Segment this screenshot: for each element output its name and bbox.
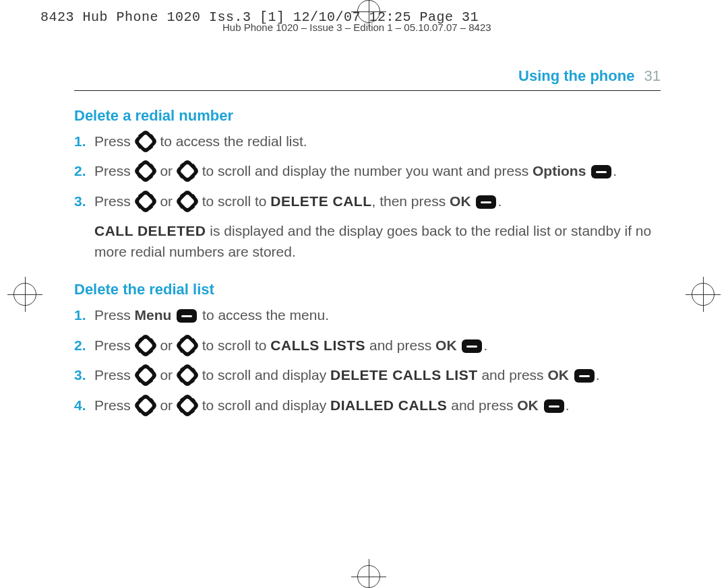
nav-key-icon <box>133 393 158 418</box>
step-text: Press <box>94 367 131 383</box>
step-text: or <box>160 397 173 413</box>
softkey-icon <box>544 399 564 413</box>
step-text: and press <box>369 337 431 353</box>
step-text: Press <box>94 337 131 353</box>
step-text: or <box>160 193 173 209</box>
section-title-delete-number: Delete a redial number <box>74 107 661 125</box>
period: . <box>483 337 487 353</box>
ok-label: OK <box>517 397 539 413</box>
step-text: to scroll to <box>202 337 267 353</box>
steps-delete-list: 1. Press Menu to access the menu. 2. Pre… <box>74 305 661 416</box>
step-text: Press <box>94 163 131 178</box>
softkey-icon <box>574 369 595 383</box>
step-number: 3. <box>74 191 86 211</box>
step-text: or <box>160 337 173 353</box>
step-text: Press <box>94 307 131 323</box>
nav-key-icon <box>133 363 158 388</box>
display-text-calls-lists: CALLS LISTS <box>270 337 365 353</box>
prepress-meta-small: Hub Phone 1020 – Issue 3 – Edition 1 – 0… <box>222 22 491 33</box>
crop-mark-right <box>692 283 715 306</box>
softkey-icon <box>177 309 197 323</box>
step-text: to access the redial list. <box>160 133 307 149</box>
display-text-delete-call: DELETE CALL <box>270 193 371 209</box>
step-item: 4. Press or to scroll and display DIALLE… <box>74 395 661 416</box>
nav-key-icon <box>175 159 200 184</box>
section-title-delete-list: Delete the redial list <box>74 281 661 298</box>
running-head: Using the phone 31 <box>74 67 661 85</box>
softkey-icon <box>591 165 611 178</box>
nav-key-icon <box>175 393 200 418</box>
ok-label: OK <box>547 367 569 383</box>
step-item: 2. Press or to scroll to CALLS LISTS and… <box>74 335 661 356</box>
steps-delete-number: 1. Press to access the redial list. 2. P… <box>74 131 661 211</box>
crop-mark-left <box>13 283 36 306</box>
menu-label: Menu <box>135 307 172 323</box>
step-text: or <box>160 163 173 178</box>
header-rule <box>74 90 661 91</box>
step-text: Press <box>94 133 131 149</box>
step-text: to scroll and display <box>202 397 326 413</box>
nav-key-icon <box>175 333 200 358</box>
period: . <box>596 367 600 383</box>
step-text: to scroll and display <box>202 367 326 383</box>
running-head-title: Using the phone <box>518 67 634 84</box>
page-number: 31 <box>644 67 661 84</box>
step-number: 2. <box>74 161 86 181</box>
step-number: 1. <box>74 305 86 325</box>
display-text-call-deleted: CALL DELETED <box>94 223 206 238</box>
nav-key-icon <box>175 363 200 388</box>
step-text: to access the menu. <box>202 307 329 323</box>
ok-label: OK <box>435 337 457 353</box>
step-number: 4. <box>74 395 86 416</box>
step-text: to scroll to <box>202 193 267 209</box>
step-item: 1. Press Menu to access the menu. <box>74 305 661 325</box>
step-text: Press <box>94 397 131 413</box>
softkey-icon <box>476 195 496 209</box>
nav-key-icon <box>133 333 158 358</box>
period: . <box>497 193 502 209</box>
step-number: 2. <box>74 335 86 356</box>
step-item: 2. Press or to scroll and display the nu… <box>74 161 661 181</box>
step-item: 1. Press to access the redial list. <box>74 131 661 152</box>
step-text: Press <box>94 193 131 209</box>
nav-key-icon <box>133 189 158 214</box>
step-item: 3. Press or to scroll to DELETE CALL, th… <box>74 191 661 211</box>
step-number: 3. <box>74 365 86 385</box>
display-text-delete-calls-list: DELETE CALLS LIST <box>330 367 478 383</box>
nav-key-icon <box>133 159 158 184</box>
options-label: Options <box>533 163 586 178</box>
step-text: or <box>160 367 173 383</box>
display-text-dialled-calls: DIALLED CALLS <box>330 397 447 413</box>
result-note: CALL DELETED is displayed and the displa… <box>94 221 661 262</box>
page-body: Using the phone 31 Delete a redial numbe… <box>74 67 661 425</box>
period: . <box>613 163 617 178</box>
nav-key-icon <box>175 189 200 214</box>
step-text: to scroll and display the number you wan… <box>202 163 528 178</box>
nav-key-icon <box>133 129 158 154</box>
softkey-icon <box>462 339 482 353</box>
ok-label: OK <box>450 193 471 209</box>
step-text: and press <box>451 397 513 413</box>
step-number: 1. <box>74 131 86 152</box>
step-text: , then press <box>371 193 446 209</box>
period: . <box>566 397 570 413</box>
step-text: and press <box>481 367 543 383</box>
crop-mark-bottom <box>357 565 380 588</box>
step-item: 3. Press or to scroll and display DELETE… <box>74 365 661 385</box>
